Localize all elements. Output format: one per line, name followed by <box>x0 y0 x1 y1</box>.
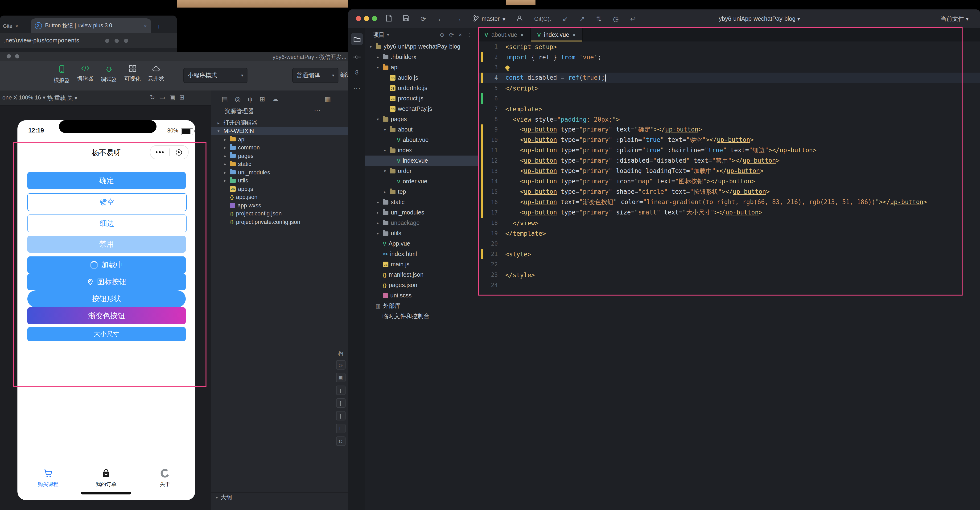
tree-item-manifest-json[interactable]: {}manifest.json <box>365 270 478 280</box>
current-file-scope[interactable]: 当前文件 ▾ <box>941 15 969 23</box>
browser-tab-background[interactable]: Gite × <box>0 19 21 33</box>
history-icon[interactable]: ◷ <box>613 15 619 22</box>
close-icon[interactable]: × <box>573 32 576 38</box>
new-tab-button[interactable]: + <box>157 22 161 33</box>
strip-tool-icon[interactable]: ◎ <box>336 360 345 370</box>
tool-调试器[interactable]: 调试器 <box>98 65 120 84</box>
tree-item-api[interactable]: ▾api <box>365 62 478 73</box>
code-line-20[interactable]: 20 <box>478 238 980 249</box>
tree-item-index-vue[interactable]: Vindex.vue <box>365 156 478 166</box>
code-line-1[interactable]: 1<script setup> <box>478 41 980 52</box>
code-line-18[interactable]: 18 </view> <box>478 218 980 228</box>
explorer-view-icon[interactable] <box>351 33 363 45</box>
strip-tool-icon[interactable]: [ <box>336 411 345 421</box>
tree-item-yby6-uniapp-wechatpay-blog[interactable]: ▾yby6-uniApp-wechatPay-blog <box>365 41 478 52</box>
tab-index-vue[interactable]: Vindex.vue× <box>531 28 582 41</box>
code-line-21[interactable]: 21<style> <box>478 249 980 259</box>
save-icon[interactable] <box>403 15 409 22</box>
git-sync-icon[interactable]: ⇅ <box>596 15 601 22</box>
simulator-control-icon[interactable]: ▭ <box>159 94 165 101</box>
tabbar-item-购买课程[interactable]: 购买课程 <box>29 468 67 488</box>
compile-select[interactable]: 普通编译 ▾ <box>292 68 339 83</box>
tree-item-uni-modules[interactable]: ▸uni_modules <box>365 207 478 218</box>
project-panel-header[interactable]: 项目 ▾ ⊕⟳×⋮ <box>365 28 478 41</box>
code-line-9[interactable]: 9 <up-button type="primary" text="确定"></… <box>478 124 980 135</box>
sync-icon[interactable]: ⟳ <box>420 15 426 22</box>
tree-item-外部库[interactable]: ▥外部库 <box>365 301 478 311</box>
strip-tool-icon[interactable]: ▣ <box>336 373 345 382</box>
more-icon[interactable]: ⋯ <box>314 106 321 114</box>
tree-item-common[interactable]: ▸common <box>211 143 349 152</box>
demo-button-禁用[interactable]: 禁用 <box>27 236 186 253</box>
code-line-22[interactable]: 22 <box>478 259 980 270</box>
code-line-6[interactable]: 6 <box>478 93 980 104</box>
new-file-icon[interactable] <box>386 14 392 23</box>
explorer-bar-icon[interactable]: ⊞ <box>259 95 265 103</box>
tree-item-app-json[interactable]: {}app.json <box>211 193 349 201</box>
demo-button-按钮形状[interactable]: 按钮形状 <box>27 290 186 307</box>
tab-about-vue[interactable]: Vabout.vue× <box>478 28 531 41</box>
strip-tool-icon[interactable]: C <box>336 437 345 446</box>
project-action-icon[interactable]: ⋮ <box>467 32 473 38</box>
simulator-control-icon[interactable]: ⊞ <box>179 94 185 101</box>
tree-item-static[interactable]: ▸static <box>365 197 478 207</box>
strip-tool-icon[interactable]: [ <box>336 398 345 408</box>
demo-button-大小尺寸[interactable]: 大小尺寸 <box>27 327 186 341</box>
tree-item-打开的编辑器[interactable]: ▸打开的编辑器 <box>211 119 349 127</box>
code-line-10[interactable]: 10 <up-button type="primary" :plain="tru… <box>478 135 980 145</box>
code-line-11[interactable]: 11 <up-button type="primary" :plain="tru… <box>478 145 980 156</box>
tree-item-main-js[interactable]: JSmain.js <box>365 259 478 270</box>
tree-item-about-vue[interactable]: Vabout.vue <box>365 135 478 145</box>
window-control-icon[interactable] <box>15 54 19 59</box>
devtools-titlebar[interactable]: yby6-wechatPay - 微信开发... <box>0 52 348 61</box>
tree-item-app-wxss[interactable]: app.wxss <box>211 201 349 210</box>
source-control-icon[interactable] <box>353 53 361 61</box>
browser-tab-active[interactable]: X Button 按钮 | uview-plus 3.0 - × <box>30 18 151 33</box>
code-line-4[interactable]: 4const disabled = ref(true); <box>478 73 980 83</box>
exit-miniprogram-button[interactable] <box>169 149 188 155</box>
code-line-12[interactable]: 12 <up-button type="primary" :disabled="… <box>478 156 980 166</box>
simulator-control-icon[interactable]: ▣ <box>169 94 175 101</box>
tabbar-item-我的订单[interactable]: 我的订单 <box>87 468 125 488</box>
code-line-5[interactable]: 5</script> <box>478 83 980 93</box>
tree-item-uni-scss[interactable]: uni.scss <box>365 290 478 301</box>
code-line-17[interactable]: 17 <up-button type="primary" size="small… <box>478 207 980 218</box>
address-bar[interactable]: .net/uview-plus/components <box>0 33 177 48</box>
code-line-23[interactable]: 23</style> <box>478 270 980 280</box>
code-line-19[interactable]: 19</template> <box>478 228 980 238</box>
strip-tool-icon[interactable]: [ <box>336 386 345 395</box>
tree-item-order-vue[interactable]: Vorder.vue <box>365 176 478 187</box>
demo-button-细边[interactable]: 细边 <box>27 214 187 232</box>
mode-select[interactable]: 小程序模式 ▾ <box>183 68 248 83</box>
code-editor[interactable]: 1<script setup>2import { ref } from 'vue… <box>478 41 980 510</box>
tree-item-wechatpay-js[interactable]: JSwechatPay.js <box>365 104 478 114</box>
tool-编辑器[interactable]: 编辑器 <box>75 65 96 84</box>
code-line-3[interactable]: 3 <box>478 62 980 73</box>
code-line-2[interactable]: 2import { ref } from 'vue'; <box>478 52 980 62</box>
tree-item-tep[interactable]: ▸tep <box>365 187 478 197</box>
tree-item-index-html[interactable]: <>index.html <box>365 249 478 259</box>
extensions-icon[interactable]: 8 <box>355 69 358 76</box>
account-icon[interactable] <box>517 15 523 22</box>
tree-item-project-config-json[interactable]: {}project.config.json <box>211 210 349 218</box>
demo-button-确定[interactable]: 确定 <box>27 172 186 189</box>
tree-item-app-js[interactable]: JSapp.js <box>211 185 349 193</box>
tree-item-app-vue[interactable]: VApp.vue <box>365 238 478 249</box>
tree-item-mp-weixin[interactable]: ▾MP-WEIXIN <box>211 127 349 135</box>
tool-可视化[interactable]: 可视化 <box>122 65 143 84</box>
code-line-24[interactable]: 24 <box>478 280 980 290</box>
tool-云开发[interactable]: 云开发 <box>145 65 167 84</box>
branch-selector[interactable]: master▾ <box>473 15 505 23</box>
demo-button-镂空[interactable]: 镂空 <box>27 193 187 211</box>
tree-item-unpackage[interactable]: ▸unpackage <box>365 218 478 228</box>
tree-item-uni-modules[interactable]: ▸uni_modules <box>211 168 349 176</box>
tree-item-product-js[interactable]: JSproduct.js <box>365 93 478 104</box>
tree-item-pages-json[interactable]: {}pages.json <box>365 280 478 290</box>
tree-item-pages[interactable]: ▾pages <box>365 114 478 124</box>
more-menu-button[interactable] <box>150 151 169 153</box>
tool-模拟器[interactable]: 模拟器 <box>51 65 73 84</box>
tree-item-static[interactable]: ▸static <box>211 160 349 168</box>
explorer-bar-icon[interactable]: ψ <box>248 95 253 103</box>
tree-item-utils[interactable]: ▸utils <box>211 176 349 185</box>
more-views-icon[interactable]: ⋯ <box>353 83 361 92</box>
